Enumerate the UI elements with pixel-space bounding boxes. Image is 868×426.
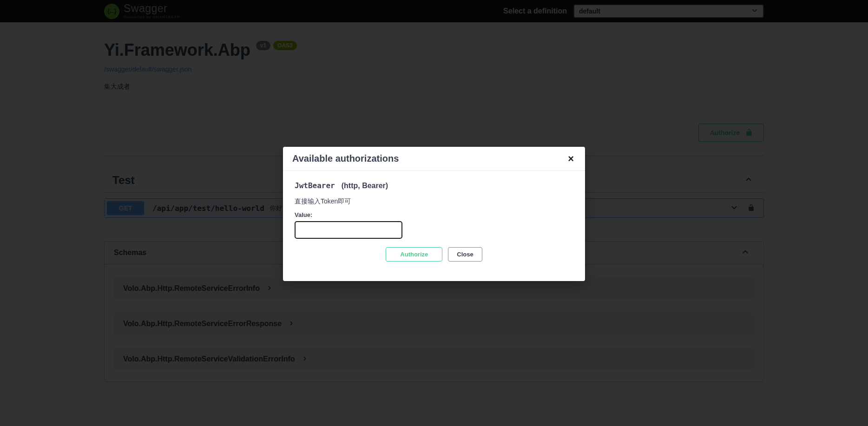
auth-scheme-type: (http, Bearer) [342, 182, 388, 190]
modal-authorize-button[interactable]: Authorize [386, 247, 442, 262]
authorizations-modal: Available authorizations × JwtBearer (ht… [283, 147, 585, 281]
value-label: Value: [295, 211, 573, 218]
modal-title: Available authorizations [292, 153, 399, 164]
auth-scheme-description: 直接输入Token即可 [295, 197, 573, 206]
token-value-input[interactable] [295, 221, 402, 239]
close-icon[interactable]: × [566, 154, 576, 164]
auth-scheme-name: JwtBearer [295, 181, 335, 190]
modal-close-button[interactable]: Close [448, 247, 482, 262]
